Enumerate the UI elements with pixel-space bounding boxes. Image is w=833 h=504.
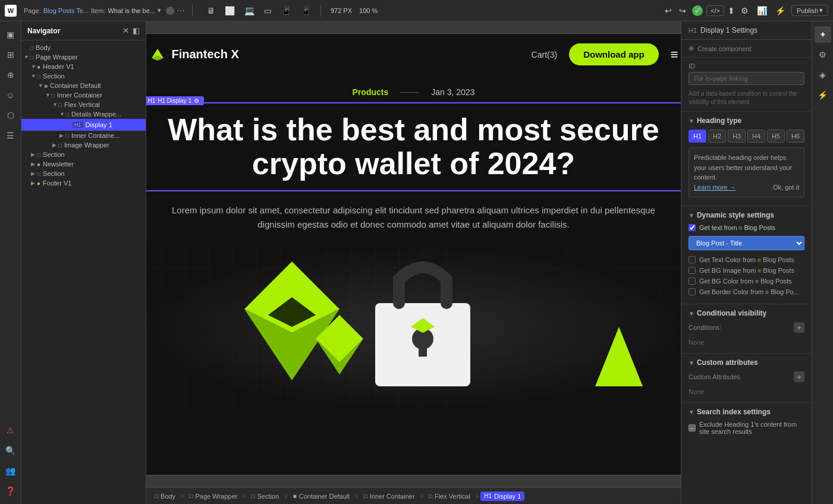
components-icon[interactable]: ⊞ bbox=[2, 46, 19, 63]
h1-button[interactable]: H1 bbox=[689, 130, 706, 143]
style-panel-button[interactable]: ✦ bbox=[815, 26, 831, 43]
lock-icon bbox=[363, 256, 482, 398]
right-icon-bar: ✦ ⚙ ◈ ⚡ bbox=[812, 21, 833, 504]
dynamic-style-collapse-icon[interactable]: ▼ bbox=[689, 212, 694, 219]
diamond-small bbox=[316, 315, 363, 374]
ok-got-it-button[interactable]: Ok, got it bbox=[773, 182, 799, 193]
id-input[interactable] bbox=[689, 72, 804, 85]
tree-item-display1[interactable]: H1 Display 1 bbox=[21, 119, 146, 131]
breadcrumb-display1[interactable]: H1 Display 1 bbox=[480, 492, 524, 501]
help-icon[interactable]: ❓ bbox=[2, 483, 19, 499]
blog-title-section[interactable]: H1 H1 Display 1 ⚙ What is the best and m… bbox=[146, 102, 681, 191]
bolt-panel-button[interactable]: ⚡ bbox=[815, 87, 831, 103]
display-settings-gear-icon[interactable]: ⚙ bbox=[194, 97, 199, 104]
heading-info-box: Predictable heading order helps your use… bbox=[689, 147, 804, 197]
exclude-heading-checkbox[interactable] bbox=[689, 424, 696, 431]
breadcrumb-inner-container[interactable]: □ Inner Container bbox=[360, 492, 419, 501]
get-bg-image-checkbox[interactable] bbox=[689, 267, 696, 274]
custom-attrs-section: ▼ Custom attributes Custom Attributes + … bbox=[681, 354, 812, 403]
users-icon[interactable]: 👥 bbox=[2, 462, 19, 479]
breadcrumb-flex-vertical[interactable]: □ Flex Vertical bbox=[425, 492, 474, 501]
undo-button[interactable]: ↩ bbox=[662, 5, 674, 17]
search-icon[interactable]: 🔍 bbox=[2, 442, 19, 459]
id-hint: Add a data-based condition to control th… bbox=[689, 90, 804, 106]
tree-item-section2[interactable]: ▶ □ Section bbox=[21, 150, 146, 159]
code-button[interactable]: </> bbox=[706, 5, 724, 16]
tree-item-page-wrapper[interactable]: ▼ □ Page Wrapper bbox=[21, 52, 146, 62]
get-bg-color-checkbox[interactable] bbox=[689, 278, 696, 285]
add-condition-button[interactable]: + bbox=[794, 322, 804, 333]
more-dots[interactable]: ⋯ bbox=[177, 6, 185, 15]
share-button[interactable]: ⬆ bbox=[728, 6, 735, 15]
tree-item-newsletter[interactable]: ▶ ● Newsletter bbox=[21, 159, 146, 169]
item-name[interactable]: What is the be... bbox=[108, 7, 155, 14]
add-icon[interactable]: ⊕ bbox=[2, 67, 19, 83]
h2-button[interactable]: H2 bbox=[708, 130, 726, 143]
settings-panel-button[interactable]: ⚙ bbox=[815, 46, 831, 63]
navigator-close-button[interactable]: ✕ bbox=[122, 26, 129, 35]
h4-button[interactable]: H4 bbox=[747, 130, 765, 143]
tree-item-flex-vertical[interactable]: ▼ □ Flex Vertical bbox=[21, 100, 146, 109]
tree-item-inner-container2[interactable]: ▶ □ Inner Containe... bbox=[21, 131, 146, 140]
publish-button[interactable]: Publish ▾ bbox=[791, 5, 828, 16]
h3-button[interactable]: H3 bbox=[728, 130, 746, 143]
breadcrumb-body[interactable]: □ Body bbox=[151, 492, 179, 501]
h6-button[interactable]: H6 bbox=[787, 130, 804, 143]
breadcrumb-section[interactable]: □ Section bbox=[248, 492, 283, 501]
conditional-collapse-icon[interactable]: ▼ bbox=[689, 310, 694, 317]
cart-text[interactable]: Cart(3) bbox=[532, 50, 558, 59]
item-dropdown-icon[interactable]: ▾ bbox=[158, 7, 161, 14]
divider bbox=[192, 5, 193, 17]
redo-button[interactable]: ↪ bbox=[677, 5, 689, 17]
get-text-select[interactable]: Blog Post - Title Blog Post - Excerpt Bl… bbox=[689, 236, 804, 250]
get-text-checkbox[interactable] bbox=[689, 224, 696, 231]
download-app-button[interactable]: Download app bbox=[569, 43, 659, 65]
desktop-icon[interactable]: 🖥 bbox=[205, 5, 218, 17]
cms-icon[interactable]: ⬡ bbox=[2, 107, 19, 124]
left-icon-bar: ▣ ⊞ ⊕ ☺ ⬡ ☰ ⚠ 🔍 👥 ❓ bbox=[0, 21, 21, 504]
desktop2-icon[interactable]: ⬜ bbox=[222, 5, 237, 17]
custom-attrs-collapse-icon[interactable]: ▼ bbox=[689, 360, 694, 366]
custom-attrs-row: Custom Attributes + bbox=[689, 371, 804, 382]
get-border-color-checkbox[interactable] bbox=[689, 288, 696, 295]
learn-more-link[interactable]: Learn more → bbox=[694, 184, 735, 191]
tree-item-details-wrapper[interactable]: ▼ □ Details Wrappe... bbox=[21, 109, 146, 119]
breadcrumb-container[interactable]: ■ Container Default bbox=[290, 492, 354, 501]
blog-excerpt: Lorem ipsum dolor sit amet, consectetur … bbox=[146, 191, 681, 244]
add-custom-attr-button[interactable]: + bbox=[794, 371, 804, 382]
tree-item-section1[interactable]: ▼ □ Section bbox=[21, 71, 146, 81]
search-index-collapse-icon[interactable]: ▼ bbox=[689, 409, 694, 415]
breadcrumb-page-wrapper[interactable]: □ Page Wrapper bbox=[186, 492, 241, 501]
create-component-label[interactable]: Create component bbox=[697, 45, 752, 52]
interactions-panel-button[interactable]: ◈ bbox=[815, 67, 831, 83]
tree-item-body[interactable]: □ Body bbox=[21, 43, 146, 52]
laptop-icon[interactable]: 💻 bbox=[242, 5, 257, 17]
analytics-button[interactable]: 📊 bbox=[755, 5, 769, 17]
tree-item-inner-container[interactable]: ▼ □ Inner Container bbox=[21, 90, 146, 100]
item-label: Item: bbox=[91, 7, 105, 14]
bolt-button[interactable]: ⚡ bbox=[773, 5, 788, 17]
search-index-title-row: ▼ Search index settings bbox=[689, 408, 804, 416]
menu-icon[interactable]: ≡ bbox=[671, 47, 678, 62]
get-text-color-checkbox[interactable] bbox=[689, 256, 696, 263]
h5-button[interactable]: H5 bbox=[767, 130, 785, 143]
tree-item-header[interactable]: ▼ ● Header V1 bbox=[21, 62, 146, 71]
list-icon[interactable]: ☰ bbox=[2, 127, 19, 144]
layers-icon[interactable]: ▣ bbox=[2, 26, 19, 43]
settings-button[interactable]: ⚙ bbox=[738, 5, 751, 17]
tree-item-image-wrapper[interactable]: ▶ □ Image Wrapper bbox=[21, 140, 146, 150]
tree-item-footer[interactable]: ▶ ● Footer V1 bbox=[21, 178, 146, 188]
display-badge-h1: H1 bbox=[148, 97, 156, 104]
heading-type-title: Heading type bbox=[697, 116, 741, 125]
user-icon[interactable]: ☺ bbox=[2, 87, 19, 103]
dynamic-style-title: Dynamic style settings bbox=[697, 211, 774, 219]
mobile2-icon[interactable]: 📱 bbox=[298, 5, 313, 17]
navigator-collapse-button[interactable]: ◧ bbox=[133, 26, 140, 35]
tree-item-section3[interactable]: ▶ □ Section bbox=[21, 169, 146, 178]
page-name[interactable]: Blog Posts Te... bbox=[43, 7, 89, 14]
error-icon[interactable]: ⚠ bbox=[2, 422, 19, 439]
mobile-icon[interactable]: 📱 bbox=[279, 5, 294, 17]
heading-type-collapse-icon[interactable]: ▼ bbox=[689, 118, 694, 124]
tree-item-container[interactable]: ▼ ■ Container Default bbox=[21, 81, 146, 90]
tablet-icon[interactable]: ▭ bbox=[262, 5, 274, 17]
